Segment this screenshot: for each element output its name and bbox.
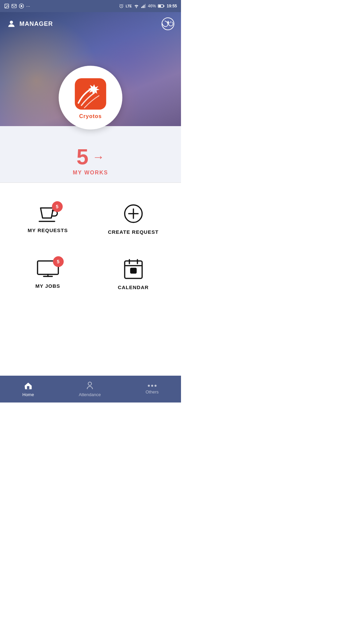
power-icon bbox=[168, 20, 174, 28]
my-requests-label: MY REQUESTS bbox=[28, 227, 68, 233]
my-requests-icon-wrap: 5 bbox=[37, 205, 59, 223]
svg-point-13 bbox=[10, 21, 13, 24]
alarm-icon bbox=[119, 4, 124, 8]
svg-rect-11 bbox=[159, 5, 161, 7]
user-label: MANAGER bbox=[7, 19, 53, 29]
svg-point-30 bbox=[151, 385, 153, 387]
calendar-icon-wrap bbox=[123, 258, 143, 280]
gmail-icon bbox=[11, 3, 17, 9]
svg-rect-9 bbox=[145, 4, 145, 8]
works-section[interactable]: 5 → MY WORKS bbox=[0, 126, 181, 183]
nav-home[interactable]: Home bbox=[17, 378, 40, 400]
my-jobs-icon-wrap: 5 bbox=[36, 260, 60, 278]
my-requests-item[interactable]: 5 MY REQUESTS bbox=[7, 193, 89, 245]
svg-rect-7 bbox=[142, 6, 143, 8]
dots-icon bbox=[147, 384, 157, 388]
user-icon bbox=[7, 19, 16, 29]
logo-container: Cryotos bbox=[59, 66, 122, 129]
my-jobs-label: MY JOBS bbox=[35, 283, 60, 289]
signal-icon bbox=[141, 4, 146, 8]
my-requests-badge: 5 bbox=[52, 201, 63, 212]
svg-point-4 bbox=[20, 5, 22, 7]
home-nav-label: Home bbox=[22, 392, 34, 397]
create-request-label: CREATE REQUEST bbox=[108, 229, 159, 235]
status-right-info: LTE 46% 19:55 bbox=[119, 4, 177, 8]
nav-others[interactable]: Others bbox=[140, 381, 164, 397]
hero-section: MANAGER Cryotos bbox=[0, 12, 181, 126]
logo-circle: Cryotos bbox=[59, 66, 122, 129]
time-display: 19:55 bbox=[167, 4, 177, 8]
battery-icon bbox=[158, 4, 165, 8]
user-role-label: MANAGER bbox=[19, 20, 53, 28]
calendar-label: CALENDAR bbox=[118, 284, 148, 290]
svg-point-31 bbox=[155, 385, 157, 387]
app-icon bbox=[19, 3, 24, 9]
wifi-icon bbox=[134, 4, 139, 8]
svg-rect-6 bbox=[141, 7, 142, 8]
hero-top: MANAGER bbox=[7, 17, 174, 30]
my-jobs-badge: 5 bbox=[53, 256, 64, 267]
logo-inner: Cryotos bbox=[69, 76, 112, 119]
person-icon bbox=[85, 381, 94, 390]
my-jobs-item[interactable]: 5 MY JOBS bbox=[7, 248, 89, 300]
battery-percent: 46% bbox=[148, 4, 156, 8]
home-icon bbox=[23, 381, 33, 390]
svg-point-1 bbox=[6, 5, 6, 6]
svg-rect-2 bbox=[12, 4, 16, 8]
svg-point-28 bbox=[88, 382, 92, 385]
lte-indicator: LTE bbox=[126, 4, 132, 8]
works-label: MY WORKS bbox=[0, 170, 181, 176]
calendar-icon bbox=[123, 258, 143, 280]
works-count: 5 → bbox=[0, 146, 181, 168]
others-nav-label: Others bbox=[145, 389, 159, 394]
works-arrow-icon: → bbox=[93, 150, 105, 164]
attendance-nav-label: Attendance bbox=[79, 392, 101, 397]
cryotos-logo-svg bbox=[72, 76, 109, 112]
svg-rect-8 bbox=[144, 5, 144, 8]
svg-rect-27 bbox=[27, 386, 29, 389]
create-request-icon-wrap bbox=[123, 203, 144, 224]
svg-point-29 bbox=[148, 385, 150, 387]
status-bar: ··· LTE 46% 19:55 bbox=[0, 0, 181, 12]
svg-rect-26 bbox=[131, 268, 136, 273]
brand-name: Cryotos bbox=[79, 113, 102, 119]
status-left-icons: ··· bbox=[4, 3, 30, 9]
image-icon bbox=[4, 3, 9, 9]
add-circle-icon bbox=[123, 203, 144, 224]
more-icon: ··· bbox=[26, 3, 30, 9]
works-number: 5 bbox=[76, 146, 88, 168]
svg-rect-14 bbox=[75, 78, 106, 110]
menu-grid: 5 MY REQUESTS CREATE REQUEST 5 MY JOBS bbox=[0, 183, 181, 310]
svg-rect-12 bbox=[164, 5, 164, 7]
bottom-nav: Home Attendance Others bbox=[0, 376, 181, 402]
create-request-item[interactable]: CREATE REQUEST bbox=[92, 193, 174, 245]
calendar-item[interactable]: CALENDAR bbox=[92, 248, 174, 300]
nav-attendance[interactable]: Attendance bbox=[73, 378, 106, 400]
power-button[interactable] bbox=[162, 17, 174, 30]
